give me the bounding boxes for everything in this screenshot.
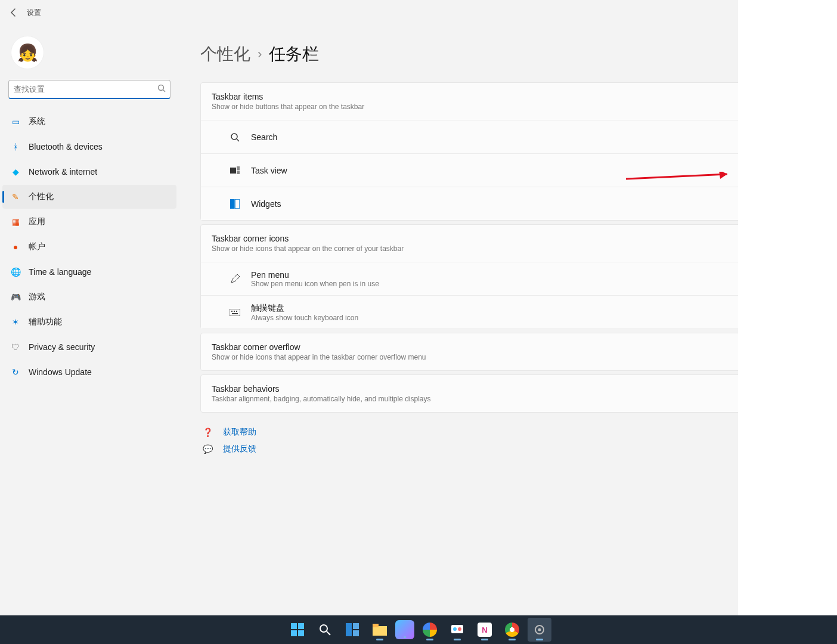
item-label: Search — [251, 132, 764, 142]
pen-icon — [227, 274, 243, 284]
item-row-pen: Pen menu Show pen menu icon when pen is … — [201, 262, 813, 295]
wifi-icon: ◆ — [11, 167, 20, 177]
section-title: Taskbar corner icons — [212, 234, 404, 243]
nav-label: 个性化 — [29, 191, 54, 202]
keyboard-icon — [227, 309, 243, 316]
brush-icon: ✎ — [11, 192, 20, 202]
back-button[interactable] — [9, 8, 18, 17]
nav-label: Time & language — [29, 267, 91, 277]
item-label: 触摸键盘 — [251, 303, 764, 314]
section-behaviors: Taskbar behaviors Taskbar alignment, bad… — [200, 374, 813, 413]
search-icon — [227, 132, 243, 142]
item-sublabel: Show pen menu icon when pen is in use — [251, 280, 764, 288]
svg-rect-23 — [353, 623, 359, 629]
widgets-icon — [227, 199, 243, 209]
breadcrumb: 个性化 › 任务栏 — [200, 43, 813, 66]
accessibility-icon: ✶ — [11, 317, 20, 327]
svg-rect-9 — [230, 309, 240, 316]
item-row-widgets: Widgets 开 — [201, 187, 813, 220]
section-subtitle: Show or hide icons that appear in the ta… — [212, 353, 426, 361]
nav-item-network[interactable]: ◆Network & internet — [2, 160, 176, 184]
taskbar-settings-button[interactable] — [528, 618, 551, 642]
link-label: 提供反馈 — [223, 444, 256, 454]
svg-rect-4 — [230, 168, 236, 174]
svg-rect-5 — [237, 166, 240, 170]
taskbar-app-3[interactable] — [445, 618, 469, 642]
help-icon: ❓ — [203, 428, 213, 437]
get-help-link[interactable]: ❓ 获取帮助 — [203, 427, 813, 438]
search-wrap — [8, 80, 170, 99]
nav-item-personalization[interactable]: ✎个性化 — [2, 185, 176, 209]
nav-item-system[interactable]: ▭系统 — [2, 110, 176, 134]
nav-label: Network & internet — [29, 167, 97, 177]
section-header-overflow[interactable]: Taskbar corner overflow Show or hide ico… — [201, 333, 813, 370]
nav-item-privacy[interactable]: 🛡Privacy & security — [2, 335, 176, 359]
globe-icon: 🌐 — [11, 267, 20, 277]
svg-point-0 — [159, 85, 164, 91]
nav-label: 应用 — [29, 216, 45, 227]
svg-rect-19 — [298, 630, 304, 636]
taskbar-search-button[interactable] — [313, 618, 337, 642]
section-subtitle: Taskbar alignment, badging, automaticall… — [212, 395, 431, 403]
nav-item-accessibility[interactable]: ✶辅助功能 — [2, 310, 176, 334]
search-icon — [157, 84, 166, 94]
section-subtitle: Show or hide icons that appear on the co… — [212, 244, 404, 253]
svg-rect-8 — [235, 199, 240, 209]
svg-rect-16 — [291, 623, 297, 629]
item-row-search: Search 开 — [201, 120, 813, 153]
item-row-touch-keyboard: 触摸键盘 Always show touch keyboard icon 关 — [201, 295, 813, 329]
section-header-corner-icons[interactable]: Taskbar corner icons Show or hide icons … — [201, 225, 813, 262]
svg-point-31 — [538, 628, 541, 631]
nav-label: Windows Update — [29, 367, 92, 377]
nav-item-apps[interactable]: ▦应用 — [2, 210, 176, 234]
section-title: Taskbar items — [212, 92, 364, 101]
taskbar-explorer-button[interactable] — [368, 618, 392, 642]
user-avatar[interactable]: 👧 — [11, 36, 44, 69]
svg-point-29 — [458, 627, 461, 631]
nav-label: 系统 — [29, 116, 45, 127]
taskbar-app-4[interactable]: N — [473, 618, 497, 642]
taskview-icon — [227, 166, 243, 175]
start-button[interactable] — [286, 618, 309, 642]
nav-item-bluetooth[interactable]: ᚼBluetooth & devices — [2, 135, 176, 159]
nav-item-accounts[interactable]: ●帐户 — [2, 235, 176, 259]
title-bar: 设置 — [0, 0, 837, 25]
taskbar-app-1[interactable] — [395, 620, 414, 639]
nav-list: ▭系统 ᚼBluetooth & devices ◆Network & inte… — [0, 110, 179, 384]
breadcrumb-current: 任务栏 — [269, 43, 319, 66]
svg-rect-11 — [234, 311, 235, 312]
gamepad-icon: 🎮 — [11, 292, 20, 302]
section-title: Taskbar behaviors — [212, 384, 431, 394]
svg-rect-13 — [232, 313, 238, 314]
nav-item-update[interactable]: ↻Windows Update — [2, 360, 176, 384]
search-input[interactable] — [8, 80, 170, 99]
taskbar-chrome-button[interactable] — [500, 618, 524, 642]
nav-label: 辅助功能 — [29, 317, 62, 327]
section-subtitle: Show or hide buttons that appear on the … — [212, 103, 364, 111]
item-row-taskview: Task view 关 — [201, 153, 813, 187]
svg-line-21 — [327, 631, 330, 635]
taskbar-widgets-button[interactable] — [340, 618, 364, 642]
section-header-behaviors[interactable]: Taskbar behaviors Taskbar alignment, bad… — [201, 375, 813, 412]
section-overflow: Taskbar corner overflow Show or hide ico… — [200, 333, 813, 371]
bluetooth-icon: ᚼ — [11, 142, 20, 151]
section-header-taskbar-items[interactable]: Taskbar items Show or hide buttons that … — [201, 83, 813, 120]
svg-rect-24 — [353, 630, 359, 636]
nav-item-gaming[interactable]: 🎮游戏 — [2, 285, 176, 309]
svg-rect-25 — [373, 626, 387, 636]
section-taskbar-items: Taskbar items Show or hide buttons that … — [200, 82, 813, 221]
help-links: ❓ 获取帮助 💬 提供反馈 — [200, 427, 813, 454]
nav-label: 游戏 — [29, 292, 45, 302]
svg-rect-22 — [346, 623, 352, 636]
taskbar-app-2[interactable] — [418, 618, 442, 642]
item-sublabel: Always show touch keyboard icon — [251, 314, 764, 322]
nav-item-time[interactable]: 🌐Time & language — [2, 260, 176, 284]
right-margin-overlay — [738, 0, 837, 615]
feedback-link[interactable]: 💬 提供反馈 — [203, 444, 813, 454]
item-label: Pen menu — [251, 270, 764, 280]
apps-icon: ▦ — [11, 217, 20, 227]
shield-icon: 🛡 — [11, 342, 20, 352]
svg-rect-7 — [230, 199, 234, 209]
breadcrumb-parent[interactable]: 个性化 — [200, 43, 250, 66]
section-corner-icons: Taskbar corner icons Show or hide icons … — [200, 224, 813, 329]
